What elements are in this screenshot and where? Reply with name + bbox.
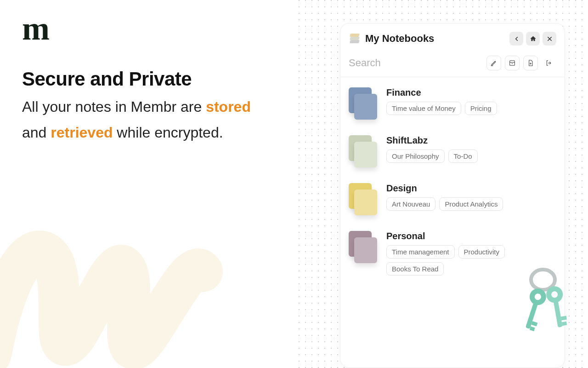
watermark-m: [0, 189, 230, 368]
back-button[interactable]: [509, 32, 523, 46]
notebook-tag[interactable]: Time management: [386, 245, 455, 259]
svg-rect-2: [510, 61, 515, 66]
notebook-tag[interactable]: Productivity: [458, 245, 505, 259]
edit-button[interactable]: [486, 56, 501, 70]
logout-button[interactable]: [542, 56, 556, 70]
notebook-tag[interactable]: Books To Read: [386, 262, 444, 276]
notebook-item[interactable]: ShiftLabzOur PhilosophyTo-Do: [349, 135, 556, 167]
hero-title: Secure and Private: [22, 68, 279, 90]
pen-icon: [490, 59, 498, 67]
close-button[interactable]: [543, 32, 556, 46]
hero-description: All your notes in Membr are stored and r…: [22, 94, 279, 145]
notebook-tag[interactable]: Time value of Money: [386, 102, 461, 115]
notebook-cards-icon: [349, 183, 377, 215]
notebook-item[interactable]: FinanceTime value of MoneyPricing: [349, 87, 556, 120]
notebook-tag[interactable]: Pricing: [465, 102, 497, 115]
new-note-button[interactable]: [523, 56, 538, 70]
svg-rect-16: [554, 300, 563, 328]
notebooks-stack-icon: [349, 33, 361, 45]
panel-title: My Notebooks: [365, 33, 434, 45]
notebook-tag[interactable]: Our Philosophy: [386, 150, 445, 163]
notebook-cards-icon: [349, 135, 377, 167]
svg-rect-18: [562, 322, 567, 326]
notebook-title: Design: [386, 183, 556, 194]
file-plus-icon: [527, 59, 534, 67]
home-button[interactable]: [526, 32, 540, 46]
notebook-item[interactable]: DesignArt NouveauProduct Analytics: [349, 183, 556, 215]
notebook-cards-icon: [349, 87, 377, 120]
notebook-title: Personal: [386, 231, 556, 242]
notebook-title: ShiftLabz: [386, 135, 556, 146]
svg-rect-12: [531, 321, 537, 326]
svg-point-8: [531, 270, 555, 290]
archive-button[interactable]: [505, 56, 520, 70]
svg-rect-17: [561, 316, 567, 321]
exit-icon: [545, 59, 553, 67]
keys-illustration: [516, 267, 571, 345]
notebook-title: Finance: [386, 87, 556, 98]
notebook-cards-icon: [349, 231, 377, 263]
archive-icon: [509, 59, 516, 67]
membr-logo: m: [22, 16, 279, 42]
notebook-tag[interactable]: Art Nouveau: [386, 197, 435, 211]
search-input[interactable]: [349, 57, 483, 69]
notebook-tag[interactable]: Product Analytics: [439, 197, 503, 211]
notebook-tag[interactable]: To-Do: [448, 150, 478, 163]
